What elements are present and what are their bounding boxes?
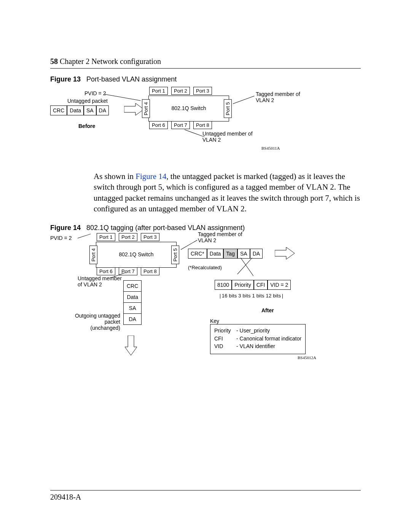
body-paragraph: As shown in Figure 14, the untagged pack… bbox=[94, 171, 361, 214]
document-id: 209418-A bbox=[50, 493, 81, 501]
tagged-member-label: Tagged member of VLAN 2 bbox=[198, 231, 251, 243]
key-left: CFI bbox=[214, 335, 236, 342]
leader-line bbox=[237, 258, 252, 275]
svg-marker-1 bbox=[275, 247, 295, 259]
arrow-right-icon bbox=[124, 103, 144, 115]
para-pre: As shown in bbox=[94, 172, 135, 181]
arrow-down-icon bbox=[125, 335, 137, 355]
port-5: Port 5 bbox=[171, 246, 179, 264]
incoming-packet: CRC Data SA DA bbox=[50, 105, 109, 115]
key-row: Priority- User_priority bbox=[214, 327, 301, 334]
pkt-sa: SA bbox=[237, 249, 250, 259]
pkt-tag: Tag bbox=[223, 249, 237, 259]
pkt-data: Data bbox=[123, 291, 142, 303]
recalculated-note: (*Recalculated) bbox=[188, 265, 222, 270]
figure14-ref: BS45012A bbox=[298, 355, 316, 360]
untagged-member-label: Untagged member of VLAN 2 bbox=[202, 131, 256, 143]
page-header: 58 Chapter 2 Network configuration bbox=[50, 0, 361, 69]
pkt-da: DA bbox=[123, 313, 142, 325]
outgoing-untagged-packet: CRC Data SA DA bbox=[123, 281, 142, 325]
tag-vid: VID = 2 bbox=[268, 280, 291, 290]
tag-cfi: CFI bbox=[254, 280, 268, 290]
pvid-label: PVID = 2 bbox=[50, 235, 72, 241]
leader-line bbox=[185, 129, 205, 137]
leader-line bbox=[241, 258, 253, 276]
tag-tpid: 8100 bbox=[215, 280, 232, 290]
port-4: Port 4 bbox=[89, 246, 97, 264]
switch-label: 802.1Q Switch bbox=[149, 105, 229, 111]
key-row: VID- VLAN identifier bbox=[214, 342, 301, 350]
chapter-title: Chapter 2 Network configuration bbox=[60, 57, 161, 66]
before-label: Before bbox=[78, 123, 95, 129]
figure13-diagram: PVID = 2 Untagged packet CRC Data SA DA … bbox=[50, 86, 361, 163]
untagged-member-label: Untagged member of VLAN 2 bbox=[78, 275, 123, 288]
key-label: Key bbox=[210, 318, 219, 324]
pkt-da: DA bbox=[96, 105, 109, 115]
tag-fields: 8100 Priority CFI VID = 2 bbox=[215, 280, 291, 290]
key-row: CFI- Canonical format indicator bbox=[214, 335, 301, 342]
untagged-packet-label: Untagged packet bbox=[67, 98, 108, 104]
pvid-label: PVID = 2 bbox=[84, 90, 106, 96]
port-7: Port 7 bbox=[119, 267, 137, 275]
figure14-title: 802.1Q tagging (after port-based VLAN as… bbox=[86, 224, 245, 232]
pkt-data: Data bbox=[207, 249, 224, 259]
figure14-link[interactable]: Figure 14 bbox=[135, 172, 166, 181]
port-2: Port 2 bbox=[171, 87, 190, 95]
pkt-sa: SA bbox=[84, 105, 96, 115]
outgoing-note: Outgoing untagged packet (unchanged) bbox=[75, 313, 120, 331]
leader-line bbox=[233, 96, 255, 104]
figure13-title: Port-based VLAN assignment bbox=[86, 75, 177, 83]
port-3: Port 3 bbox=[193, 87, 212, 95]
page-footer: 209418-A bbox=[50, 490, 361, 502]
pkt-crc: CRC* bbox=[188, 249, 207, 259]
leader-line bbox=[78, 234, 91, 238]
leader-line bbox=[105, 94, 141, 101]
port-6: Port 6 bbox=[97, 267, 115, 275]
outgoing-tagged-packet: CRC* Data Tag SA DA bbox=[188, 249, 263, 259]
port-3: Port 3 bbox=[141, 233, 159, 241]
bit-widths-text: 16 bits 3 bits 1 bits 12 bits bbox=[222, 293, 281, 299]
key-right: - Canonical format indicator bbox=[236, 335, 301, 342]
page: 58 Chapter 2 Network configuration Figur… bbox=[0, 0, 411, 532]
after-label: After bbox=[261, 307, 274, 313]
arrow-right-icon bbox=[275, 247, 295, 259]
svg-marker-2 bbox=[125, 335, 137, 355]
figure14-diagram: PVID = 2 Tagged member of VLAN 2 802.1Q … bbox=[50, 235, 361, 387]
page-number: 58 bbox=[50, 57, 58, 66]
pkt-crc: CRC bbox=[50, 105, 67, 115]
port-2: Port 2 bbox=[119, 233, 137, 241]
figure14-label: Figure 14 bbox=[50, 224, 81, 232]
switch-box: 802.1Q Switch bbox=[148, 96, 229, 121]
switch-label: 802.1Q Switch bbox=[96, 251, 176, 257]
port-1: Port 1 bbox=[149, 87, 168, 95]
key-left: VID bbox=[214, 342, 236, 350]
port-8: Port 8 bbox=[193, 121, 212, 129]
bit-widths: 16 bits 3 bits 1 bits 12 bits bbox=[220, 293, 283, 299]
pkt-data: Data bbox=[67, 105, 84, 115]
key-box: Priority- User_priority CFI- Canonical f… bbox=[210, 324, 306, 354]
port-5: Port 5 bbox=[224, 99, 232, 118]
pkt-sa: SA bbox=[123, 302, 142, 314]
figure14-caption: Figure 14 802.1Q tagging (after port-bas… bbox=[50, 224, 361, 232]
svg-marker-0 bbox=[124, 103, 144, 115]
port-4: Port 4 bbox=[142, 99, 150, 118]
tagged-member-label: Tagged member of VLAN 2 bbox=[256, 91, 309, 103]
switch-box: 802.1Q Switch bbox=[96, 242, 177, 268]
port-7: Port 7 bbox=[171, 121, 190, 129]
tag-priority: Priority bbox=[232, 280, 254, 290]
figure13-ref: BS45011A bbox=[261, 146, 280, 150]
key-right: - User_priority bbox=[236, 328, 270, 334]
key-right: - VLAN identifier bbox=[236, 343, 275, 349]
port-1: Port 1 bbox=[97, 233, 115, 241]
port-8: Port 8 bbox=[141, 267, 159, 275]
figure13-label: Figure 13 bbox=[50, 75, 81, 83]
key-left: Priority bbox=[214, 327, 236, 334]
pkt-crc: CRC bbox=[123, 280, 142, 292]
figure13-caption: Figure 13 Port-based VLAN assignment bbox=[50, 75, 361, 83]
port-6: Port 6 bbox=[149, 121, 168, 129]
